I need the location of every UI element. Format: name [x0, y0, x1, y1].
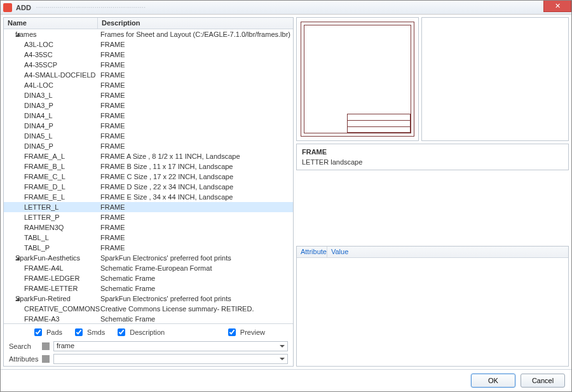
title-block [347, 114, 411, 133]
library-tree[interactable]: ◢framesFrames for Sheet and Layout (C:/E… [4, 29, 293, 323]
library-tree-pane: Name Description ◢framesFrames for Sheet… [3, 17, 294, 367]
cancel-button[interactable]: Cancel [521, 374, 565, 388]
device-node[interactable]: A4L-LOCFRAME [4, 80, 293, 90]
node-label: LETTER_L [24, 203, 58, 211]
button-bar: OK Cancel [1, 369, 571, 391]
attributes-label: Attributes [9, 355, 38, 363]
node-label: FRAME_B_L [24, 163, 65, 170]
frame-outline [301, 22, 414, 137]
device-node[interactable]: FRAME_B_LFRAME B Size , 11 x 17 INCH, La… [4, 161, 293, 172]
device-node[interactable]: FRAME-LETTERSchematic Frame [4, 283, 293, 294]
expand-icon[interactable]: ◢ [6, 295, 15, 302]
device-node[interactable]: LETTER_LFRAME [4, 202, 293, 212]
node-description: Creative Commons License summary- RETIRE… [98, 305, 293, 313]
library-node[interactable]: ◢framesFrames for Sheet and Layout (C:/E… [4, 29, 293, 39]
attributes-row: Attributes [6, 353, 290, 365]
node-description: SparkFun Electronics' preferred foot pri… [98, 295, 293, 302]
search-combo[interactable]: frame [53, 341, 288, 351]
ok-button[interactable]: OK [471, 374, 515, 388]
device-node[interactable]: DINA4_PFRAME [4, 121, 293, 131]
node-label: A4-35SC [24, 51, 53, 58]
node-label: A4-SMALL-DOCFIELD [24, 71, 95, 79]
device-node[interactable]: DINA4_LFRAME [4, 111, 293, 121]
device-node[interactable]: A4-35SCFRAME [4, 50, 293, 60]
client-area: Name Description ◢framesFrames for Sheet… [1, 15, 571, 369]
device-node[interactable]: DINA3_PFRAME [4, 100, 293, 111]
node-description: FRAME [98, 213, 293, 221]
node-label: A4-35SCP [24, 61, 57, 69]
tree-header: Name Description [4, 18, 293, 29]
node-label: FRAME-A4L [24, 264, 64, 272]
device-node[interactable]: CREATIVE_COMMONSCreative Commons License… [4, 304, 293, 314]
node-description: FRAME B Size , 11 x 17 INCH, Landscape [98, 163, 293, 170]
description-block: FRAME LETTER landscape [296, 144, 569, 170]
attributes-icon[interactable] [42, 355, 50, 363]
pads-checkbox[interactable]: Pads [32, 327, 62, 338]
preview-subtitle: LETTER landscape [302, 158, 563, 166]
node-description: FRAME [98, 51, 293, 58]
titlebar: ADD ····································… [1, 1, 571, 15]
expand-icon[interactable]: ◢ [6, 255, 15, 261]
device-node[interactable]: FRAME-A4LSchematic Frame-European Format [4, 263, 293, 273]
node-label: DINA3_P [24, 102, 53, 109]
node-description: FRAME D Size , 22 x 34 INCH, Landscape [98, 183, 293, 191]
node-label: DINA3_L [24, 91, 53, 99]
node-description: FRAME [98, 244, 293, 252]
node-description: Schematic Frame [98, 274, 293, 282]
node-description: FRAME C Size , 17 x 22 INCH, Landscape [98, 173, 293, 180]
col-header-description[interactable]: Description [98, 18, 293, 29]
attr-col-value[interactable]: Value [327, 247, 568, 257]
device-node[interactable]: DINA5_LFRAME [4, 131, 293, 141]
library-node[interactable]: ◢SparkFun-RetiredSparkFun Electronics' p… [4, 294, 293, 304]
node-label: FRAME_A_L [24, 152, 65, 160]
node-description: FRAME [98, 234, 293, 241]
node-description: FRAME [98, 224, 293, 231]
node-label: SparkFun-Aesthetics [15, 254, 80, 262]
node-label: FRAME-LEDGER [24, 274, 79, 282]
expand-icon[interactable]: ◢ [6, 31, 15, 37]
node-label: A3L-LOC [24, 41, 53, 48]
device-node[interactable]: A3L-LOCFRAME [4, 39, 293, 50]
device-node[interactable]: A4-SMALL-DOCFIELDFRAME [4, 70, 293, 80]
device-node[interactable]: A4-35SCPFRAME [4, 60, 293, 70]
node-description: FRAME [98, 132, 293, 140]
device-node[interactable]: FRAME_A_LFRAME A Size , 8 1/2 x 11 INCH,… [4, 151, 293, 161]
library-node[interactable]: ◢SparkFun-AestheticsSparkFun Electronics… [4, 253, 293, 263]
bottom-controls: Pads Smds Description Preview Search fra… [4, 323, 293, 366]
search-row: Search frame [6, 341, 290, 352]
node-description: FRAME E Size , 34 x 44 INCH, Landscape [98, 193, 293, 201]
device-node[interactable]: FRAME_E_LFRAME E Size , 34 x 44 INCH, La… [4, 192, 293, 202]
attribute-table: Attribute Value [296, 246, 569, 367]
add-dialog: ADD ····································… [0, 0, 572, 392]
device-node[interactable]: FRAME_C_LFRAME C Size , 17 x 22 INCH, La… [4, 172, 293, 182]
node-label: CREATIVE_COMMONS [24, 305, 100, 313]
node-description: FRAME [98, 102, 293, 109]
smds-checkbox[interactable]: Smds [72, 327, 105, 338]
node-label: frames [15, 30, 37, 38]
attributes-combo[interactable] [53, 354, 288, 364]
node-description: FRAME [98, 81, 293, 89]
device-preview [296, 17, 419, 141]
package-preview [421, 17, 569, 141]
device-node[interactable]: TABL_PFRAME [4, 243, 293, 253]
node-description: FRAME A Size , 8 1/2 x 11 INCH, Landscap… [98, 152, 293, 160]
preview-checkbox[interactable]: Preview [226, 327, 265, 338]
device-node[interactable]: LETTER_PFRAME [4, 212, 293, 222]
close-button[interactable]: ✕ [543, 1, 571, 12]
search-icon[interactable] [42, 342, 50, 350]
device-node[interactable]: DINA5_PFRAME [4, 141, 293, 151]
frame-inner [304, 25, 411, 133]
col-header-name[interactable]: Name [4, 18, 98, 29]
node-description: Schematic Frame [98, 315, 293, 323]
description-checkbox[interactable]: Description [115, 327, 165, 338]
node-label: FRAME_E_L [24, 193, 65, 201]
device-node[interactable]: FRAME-A3Schematic Frame [4, 314, 293, 323]
attr-col-attribute[interactable]: Attribute [297, 247, 327, 257]
device-node[interactable]: RAHMEN3QFRAME [4, 222, 293, 233]
device-node[interactable]: FRAME_D_LFRAME D Size , 22 x 34 INCH, La… [4, 182, 293, 192]
node-label: FRAME_D_L [24, 183, 65, 191]
device-node[interactable]: FRAME-LEDGERSchematic Frame [4, 273, 293, 283]
device-node[interactable]: DINA3_LFRAME [4, 90, 293, 100]
node-label: DINA5_L [24, 132, 53, 140]
device-node[interactable]: TABL_LFRAME [4, 233, 293, 243]
